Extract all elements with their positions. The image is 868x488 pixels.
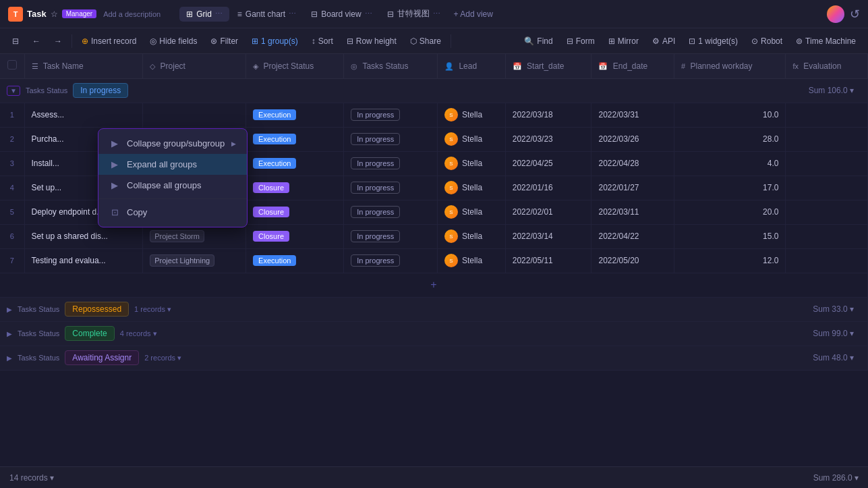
- form-button[interactable]: ⊟ Form: [561, 34, 600, 49]
- group-label-tasks-status: Tasks Status: [26, 86, 67, 94]
- undo-button[interactable]: ↺: [850, 7, 860, 22]
- grid-tab-more[interactable]: ⋯: [215, 9, 223, 18]
- tab-board[interactable]: ⊟ Board view ⋯: [304, 7, 378, 22]
- find-button[interactable]: 🔍 Find: [519, 34, 558, 49]
- row-7-task[interactable]: Testing and evalua...: [24, 248, 143, 273]
- group-status-repossessed: Repossessed: [65, 302, 129, 317]
- row-1-workday[interactable]: 10.0: [674, 103, 786, 127]
- insert-icon: ⊕: [82, 36, 88, 46]
- col-planned-workday: # Planned workday: [674, 54, 786, 78]
- app-info: T Task ☆ Manager Add a description: [8, 7, 161, 22]
- group-records-complete[interactable]: 4 records ▾: [120, 329, 157, 338]
- arrow-left-icon: ←: [32, 36, 40, 46]
- project-status-col-icon: ◈: [253, 62, 258, 70]
- row-1-end[interactable]: 2022/03/31: [591, 103, 674, 127]
- group-expand-awaiting[interactable]: ▶: [7, 354, 12, 362]
- row-6-task[interactable]: Set up a shared dis...: [24, 224, 143, 248]
- chinese-tab-more[interactable]: ⋯: [433, 9, 440, 18]
- time-machine-button[interactable]: ⊚ Time Machine: [790, 34, 861, 49]
- group-label-tasks-status-3: Tasks Status: [18, 329, 59, 337]
- lead-avatar: S: [444, 254, 458, 267]
- nav-left-button[interactable]: ←: [27, 34, 46, 49]
- add-record-row: +: [0, 273, 868, 297]
- filter-button[interactable]: ⊛ Filter: [205, 34, 243, 49]
- col-end-date: 📅 End_date: [591, 54, 674, 78]
- col-project-status: ◈ Project Status: [246, 54, 344, 78]
- end-date-col-icon: 📅: [598, 62, 608, 70]
- app-icon: T: [8, 7, 23, 22]
- table-container: ☰ Task Name ◇ Project ◈ Project Status ◎…: [0, 54, 868, 466]
- group-header-cell-in-progress: ▼ Tasks Status In progress Sum 106.0 ▾: [0, 78, 868, 103]
- row-1-checkbox[interactable]: 1: [0, 103, 24, 127]
- board-tab-more[interactable]: ⋯: [365, 9, 372, 18]
- row-1-task[interactable]: Assess...: [24, 103, 143, 127]
- hide-fields-button[interactable]: ◎ Hide fields: [144, 34, 202, 49]
- mirror-button[interactable]: ⊞ Mirror: [603, 34, 644, 49]
- group-expand-in-progress[interactable]: ▼: [7, 86, 20, 96]
- table-row: 1 Assess... Execution In progress S Stel…: [0, 103, 868, 127]
- star-icon[interactable]: ☆: [51, 9, 58, 19]
- share-button[interactable]: ⬡ Share: [405, 34, 446, 49]
- select-all-checkbox[interactable]: [7, 60, 17, 70]
- group-button[interactable]: ⊞ 1 group(s): [246, 34, 303, 49]
- hide-icon: ◎: [150, 36, 156, 46]
- group-sum-awaiting: Sum 48.0 ▾: [813, 353, 854, 362]
- group-label-tasks-status-2: Tasks Status: [18, 305, 59, 313]
- context-menu-expand-all[interactable]: ▶ Expand all groups: [98, 154, 247, 175]
- robot-icon: ⊙: [751, 36, 758, 46]
- group-label-tasks-status-4: Tasks Status: [18, 354, 59, 362]
- lead-avatar: S: [444, 181, 458, 194]
- add-view-button[interactable]: + Add view: [449, 7, 498, 22]
- nav-back-button[interactable]: ⊟: [7, 34, 24, 49]
- total-records[interactable]: 14 records ▾: [9, 473, 54, 483]
- divider-1: [71, 34, 72, 48]
- board-icon: ⊟: [311, 9, 318, 19]
- row-1-proj-status[interactable]: Execution: [246, 103, 344, 127]
- group-header-complete: ▶ Tasks Status Complete 4 records ▾ Sum …: [0, 321, 868, 346]
- lead-avatar: S: [444, 205, 458, 219]
- group-expand-complete[interactable]: ▶: [7, 330, 12, 337]
- sort-button[interactable]: ↕ Sort: [306, 34, 339, 49]
- group-sum-repossessed: Sum 33.0 ▾: [813, 304, 854, 314]
- table-header-row: ☰ Task Name ◇ Project ◈ Project Status ◎…: [0, 54, 868, 78]
- top-bar: T Task ☆ Manager Add a description ⊞ Gri…: [0, 0, 868, 28]
- api-button[interactable]: ⚙ API: [647, 34, 681, 49]
- filter-icon: ⊛: [210, 36, 217, 46]
- toolbar: ⊟ ← → ⊕ Insert record ◎ Hide fields ⊛ Fi…: [0, 28, 868, 54]
- row-1-eval[interactable]: [786, 103, 868, 127]
- row-1-tasks-status[interactable]: In progress: [344, 103, 438, 127]
- context-menu-collapse-group[interactable]: ▶ Collapse group/subgroup: [98, 133, 247, 154]
- row-1-start[interactable]: 2022/03/18: [505, 103, 591, 127]
- group-expand-repossessed[interactable]: ▶: [7, 306, 12, 313]
- group-status-in-progress: In progress: [73, 83, 128, 98]
- col-task-name: ☰ Task Name: [24, 54, 143, 78]
- robot-button[interactable]: ⊙ Robot: [746, 34, 788, 49]
- total-sum: Sum 286.0 ▾: [813, 473, 859, 483]
- user-avatar[interactable]: [827, 5, 844, 23]
- tab-grid[interactable]: ⊞ Grid ⋯: [179, 7, 229, 22]
- grid-icon: ⊞: [186, 9, 193, 19]
- widgets-button[interactable]: ⊡ 1 widget(s): [683, 34, 743, 49]
- add-description[interactable]: Add a description: [103, 10, 161, 18]
- app-title: Task: [27, 9, 47, 19]
- add-record-button[interactable]: +: [430, 279, 436, 290]
- tab-chinese[interactable]: ⊟ 甘特视图 ⋯: [380, 5, 447, 22]
- mirror-icon: ⊞: [608, 36, 615, 46]
- time-machine-icon: ⊚: [796, 36, 803, 46]
- lead-avatar: S: [444, 157, 458, 170]
- form-icon: ⊟: [567, 36, 573, 46]
- row-1-lead[interactable]: S Stella: [438, 103, 506, 127]
- insert-record-button[interactable]: ⊕ Insert record: [76, 34, 142, 49]
- group-records-awaiting[interactable]: 2 records ▾: [144, 354, 181, 362]
- start-date-col-icon: 📅: [513, 62, 522, 70]
- context-menu-collapse-all[interactable]: ▶ Collapse all groups: [98, 175, 247, 196]
- checkbox-header[interactable]: [0, 54, 24, 78]
- gantt-tab-more[interactable]: ⋯: [289, 9, 296, 18]
- group-records-repossessed[interactable]: 1 records ▾: [134, 305, 171, 314]
- row-1-project[interactable]: [143, 103, 246, 127]
- context-menu-copy[interactable]: ⊡ Copy: [98, 202, 247, 223]
- group-sum-complete: Sum 99.0 ▾: [813, 329, 854, 338]
- tab-gantt[interactable]: ≡ Gantt chart ⋯: [231, 7, 303, 22]
- nav-right-button[interactable]: →: [49, 34, 67, 49]
- row-height-button[interactable]: ⊟ Row height: [341, 34, 402, 49]
